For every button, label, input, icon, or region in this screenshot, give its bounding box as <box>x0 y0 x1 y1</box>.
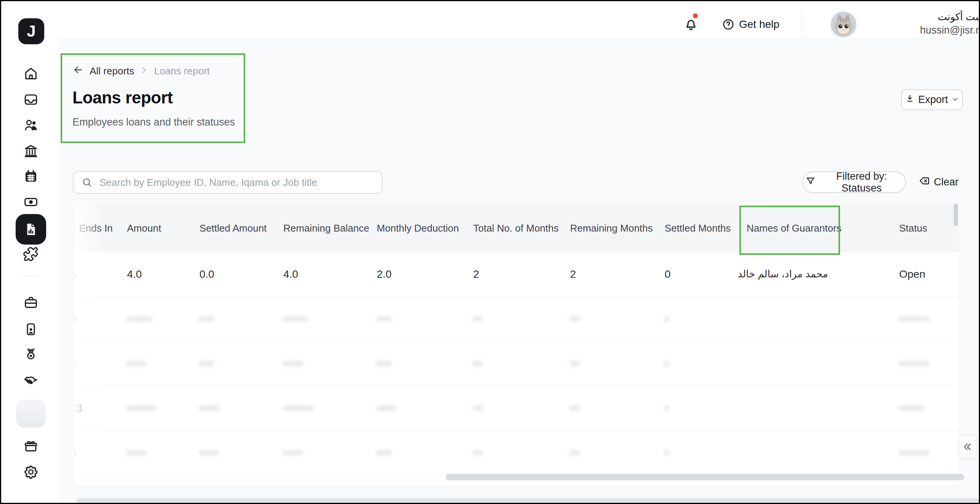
home-icon[interactable] <box>23 66 39 81</box>
table-cell: 2.0 <box>377 252 392 296</box>
table-cell: 0.0 <box>199 252 214 296</box>
inbox-icon[interactable] <box>23 92 39 107</box>
table-row[interactable]: 9••••••••••••••••••••••••••• <box>74 296 959 341</box>
table-cell: Open <box>899 252 925 296</box>
table-cell: • <box>665 430 670 475</box>
sidebar-divider <box>23 276 39 277</box>
collapse-panel-button[interactable] <box>959 435 976 458</box>
puzzle-icon[interactable] <box>23 246 39 262</box>
table-cell: •••••• <box>283 386 313 430</box>
money-icon[interactable] <box>23 194 39 209</box>
export-chevron-down-icon <box>951 94 959 106</box>
bank-icon[interactable] <box>23 143 39 158</box>
sidebar: J <box>1 1 59 503</box>
chevron-right-icon <box>140 65 148 77</box>
table-row[interactable]: 64.00.04.02.0220محمد مراد، سالم خالدOpen <box>74 252 959 297</box>
table-row[interactable]: 6•••••••••••••••••••••••••• <box>74 430 959 475</box>
horizontal-scrollbar-thumb[interactable] <box>446 474 964 480</box>
user-info[interactable]: تيست أكونت hussin@jisr.net <box>861 10 980 37</box>
filter-chip-label: Filtered by: Statuses <box>820 171 903 194</box>
column-header-monthly-deduction[interactable]: Monthly Deduction <box>377 204 459 252</box>
get-help-label: Get help <box>739 18 779 31</box>
table-cell: •••••• <box>899 341 929 386</box>
sidebar-skeleton-item <box>16 399 46 428</box>
table-cell: •• <box>570 341 580 386</box>
table-cell: • <box>665 341 670 386</box>
table-cell: •• <box>473 430 483 475</box>
table-row[interactable]: 33•••••••••••••••••••••••••••••• <box>74 386 959 431</box>
vertical-scrollbar-thumb[interactable] <box>954 204 958 226</box>
briefcase-icon[interactable] <box>23 295 39 310</box>
breadcrumb-all-reports[interactable]: All reports <box>90 65 134 77</box>
table-cell: 4.0 <box>283 252 298 296</box>
settings-gear-icon[interactable] <box>23 464 39 480</box>
column-header-amount[interactable]: Amount <box>127 204 161 252</box>
table-cell: •••••• <box>899 430 929 475</box>
funnel-icon <box>805 176 816 189</box>
double-chevron-left-icon <box>962 441 973 452</box>
column-header-settled-amount[interactable]: Settled Amount <box>199 204 267 252</box>
column-header-settled-months[interactable]: Settled Months <box>665 204 731 252</box>
calendar-icon[interactable] <box>23 169 39 184</box>
id-card-icon[interactable] <box>23 322 39 337</box>
table-cell: •••• <box>199 430 220 475</box>
topbar-divider <box>801 10 802 38</box>
table-cell: ••••• <box>899 386 924 430</box>
search-input[interactable] <box>99 176 374 189</box>
clear-label: Clear <box>934 176 959 188</box>
app-window: J <box>0 0 980 504</box>
table-header-row: s Ends InAmountSettled AmountRemaining B… <box>74 204 959 252</box>
table-cell: •• <box>570 296 580 341</box>
topbar: Get help تيست أكونت hussin@jisr.net <box>59 1 979 39</box>
table-cell: ••• <box>199 341 215 386</box>
export-button[interactable]: Export <box>901 89 963 110</box>
column-header-total-no-of-months[interactable]: Total No. of Months <box>473 204 559 252</box>
clear-filters-button[interactable]: Clear <box>919 171 959 193</box>
table-cell: ••••• <box>127 296 152 341</box>
medal-icon[interactable] <box>23 347 39 362</box>
column-header-remaining-balance[interactable]: Remaining Balance <box>283 204 369 252</box>
export-label: Export <box>918 94 948 106</box>
handshake-icon[interactable] <box>23 372 39 387</box>
download-icon <box>905 93 915 106</box>
table-cell: 2 <box>473 252 479 296</box>
back-arrow-icon[interactable] <box>72 64 84 78</box>
table-cell: •• <box>570 386 580 430</box>
table-cell: •••• <box>283 430 304 475</box>
page-title: Loans report <box>72 88 173 107</box>
notification-badge-dot <box>692 13 699 19</box>
table-cell: 2 <box>570 252 576 296</box>
table-cell: •• <box>473 341 483 386</box>
column-header-remaining-months[interactable]: Remaining Months <box>570 204 653 252</box>
user-email: hussin@jisr.net <box>861 23 980 37</box>
jisr-logo[interactable]: J <box>18 18 44 44</box>
breadcrumb-current: Loans report <box>154 65 210 77</box>
table-cell: •••• <box>377 386 397 430</box>
breadcrumb: All reports Loans report <box>72 64 210 78</box>
search-bar[interactable] <box>73 171 382 194</box>
people-icon[interactable] <box>23 118 39 133</box>
table-cell: •••• <box>283 341 304 386</box>
table-cell: •••• <box>127 430 147 475</box>
table-row[interactable]: 6••••••••••••••••••••••••• <box>74 341 959 386</box>
loans-table: s Ends InAmountSettled AmountRemaining B… <box>74 204 959 486</box>
page-subtitle: Employees loans and their statuses <box>72 116 235 128</box>
table-cell: •••• <box>127 341 147 386</box>
gift-icon[interactable] <box>23 438 39 454</box>
table-cell: ••• <box>377 341 392 386</box>
column-header-names-of-guarantors[interactable]: Names of Guarantors <box>747 204 842 252</box>
table-cell: •••• <box>199 386 220 430</box>
user-avatar[interactable] <box>831 12 856 37</box>
table-cell: •••••• <box>127 386 157 430</box>
get-help-button[interactable]: Get help <box>722 17 779 32</box>
clear-backspace-icon <box>919 175 930 189</box>
user-display-name: تيست أكونت <box>861 10 980 23</box>
column-header-status[interactable]: Status <box>899 204 927 252</box>
table-cell: • <box>665 386 670 430</box>
reports-icon-active[interactable] <box>16 214 46 245</box>
next-section-edge <box>76 498 980 504</box>
table-cell: •• <box>570 430 580 475</box>
frozen-column-fade <box>74 204 103 486</box>
filter-chip-button[interactable]: Filtered by: Statuses <box>802 171 906 193</box>
notifications-bell-icon[interactable] <box>684 17 698 32</box>
